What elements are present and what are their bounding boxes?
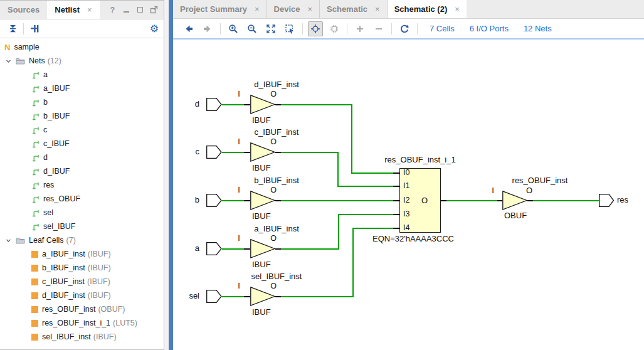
tab-schematic[interactable]: Schematic × xyxy=(320,0,388,18)
input-port-c[interactable] xyxy=(206,146,222,159)
tab-project-summary[interactable]: Project Summary × xyxy=(173,0,267,18)
port-label: c xyxy=(173,147,199,156)
net-wire[interactable] xyxy=(222,296,244,297)
add-cell-button[interactable] xyxy=(327,21,342,36)
net-wire[interactable] xyxy=(351,104,352,174)
autofit-selection-button[interactable] xyxy=(308,21,323,36)
zoom-in-button[interactable] xyxy=(226,21,241,36)
chevron-down-icon[interactable] xyxy=(5,237,12,244)
net-wire[interactable] xyxy=(281,248,339,250)
cell-icon xyxy=(31,334,38,341)
instance-label: res_OBUF_inst_i_1 xyxy=(361,155,480,164)
cell-icon xyxy=(31,306,38,313)
schematic-canvas[interactable]: d I O d_IBUF_inst IBUF c I O c_IBUF_inst… xyxy=(173,40,644,350)
tree-net-a_IBUF[interactable]: a_IBUF xyxy=(0,82,164,95)
tree-cell-sel_IBUF_inst[interactable]: sel_IBUF_inst(IBUF) xyxy=(0,330,164,344)
port-label: a xyxy=(173,243,199,253)
tree-net-sel[interactable]: sel xyxy=(0,206,164,220)
help-icon[interactable]: ? xyxy=(108,6,117,14)
cell-type-label: IBUF xyxy=(252,115,271,125)
tree-net-b_IBUF[interactable]: b_IBUF xyxy=(0,109,164,123)
tree-cell-res_OBUF_inst[interactable]: res_OBUF_inst(OBUF) xyxy=(0,302,164,316)
cell-type-label: IBUF xyxy=(252,260,271,269)
instance-label: res_OBUF_inst xyxy=(483,176,596,185)
output-port-res[interactable] xyxy=(599,194,615,207)
net-wire[interactable] xyxy=(222,152,244,153)
net-wire[interactable] xyxy=(281,104,352,105)
tree-net-sel_IBUF[interactable]: sel_IBUF xyxy=(0,220,164,233)
minus-button[interactable] xyxy=(371,21,386,36)
net-wire[interactable] xyxy=(337,186,393,187)
collapse-all-button[interactable] xyxy=(5,21,20,36)
refresh-button[interactable] xyxy=(397,21,412,36)
net-wire[interactable] xyxy=(446,200,497,201)
close-icon[interactable]: × xyxy=(455,4,460,14)
tree-folder-nets[interactable]: Nets (12) xyxy=(0,54,164,68)
minimize-icon[interactable] xyxy=(122,6,130,14)
gear-icon[interactable]: ⚙ xyxy=(150,24,159,34)
cell-icon xyxy=(31,320,38,327)
tree-net-res_OBUF[interactable]: res_OBUF xyxy=(0,192,164,206)
chevron-down-icon[interactable] xyxy=(5,58,12,65)
tree-root-sample[interactable]: N sample xyxy=(0,40,164,54)
net-wire[interactable] xyxy=(533,200,599,201)
net-wire[interactable] xyxy=(352,228,393,229)
net-wire[interactable] xyxy=(281,296,353,297)
panel-divider[interactable] xyxy=(169,0,173,350)
maximize-icon[interactable] xyxy=(136,6,144,14)
net-wire[interactable] xyxy=(338,214,393,215)
pin-stub xyxy=(275,152,281,153)
float-icon[interactable] xyxy=(150,6,158,14)
net-icon xyxy=(31,140,40,148)
tree-cell-c_IBUF_inst[interactable]: c_IBUF_inst(IBUF) xyxy=(0,275,164,289)
cell-type-label: IBUF xyxy=(252,211,271,221)
scroll-to-selected-button[interactable] xyxy=(27,21,42,36)
tree-net-b[interactable]: b xyxy=(0,95,164,109)
io-ports-count-link[interactable]: 6 I/O Ports xyxy=(470,24,509,33)
tree-net-c[interactable]: c xyxy=(0,123,164,137)
back-button[interactable] xyxy=(181,21,196,36)
cells-count-link[interactable]: 7 Cells xyxy=(430,24,455,33)
net-wire[interactable] xyxy=(222,248,244,250)
close-icon[interactable]: × xyxy=(255,4,260,14)
cell-icon xyxy=(31,278,38,285)
tab-schematic-2[interactable]: Schematic (2) × xyxy=(388,0,467,18)
tree-cell-d_IBUF_inst[interactable]: d_IBUF_inst(IBUF) xyxy=(0,289,164,302)
tree-cell-a_IBUF_inst[interactable]: a_IBUF_inst(IBUF) xyxy=(0,247,164,261)
net-wire[interactable] xyxy=(337,152,339,187)
zoom-selection-button[interactable] xyxy=(282,21,297,36)
net-wire[interactable] xyxy=(222,200,244,201)
net-wire[interactable] xyxy=(281,200,393,201)
forward-button[interactable] xyxy=(200,21,215,36)
tree-cell-b_IBUF_inst[interactable]: b_IBUF_inst(IBUF) xyxy=(0,261,164,275)
close-icon[interactable]: × xyxy=(375,4,380,14)
net-wire[interactable] xyxy=(351,172,393,174)
input-port-sel[interactable] xyxy=(206,290,222,303)
tab-sources[interactable]: Sources xyxy=(0,1,47,19)
tree-net-d_IBUF[interactable]: d_IBUF xyxy=(0,164,164,178)
nets-count-link[interactable]: 12 Nets xyxy=(524,24,552,33)
port-label: d xyxy=(173,99,199,109)
input-port-d[interactable] xyxy=(206,98,222,111)
net-wire[interactable] xyxy=(281,152,338,153)
tree-net-d[interactable]: d xyxy=(0,151,164,164)
close-icon[interactable]: × xyxy=(307,4,312,14)
input-port-b[interactable] xyxy=(206,194,222,207)
tree-net-c_IBUF[interactable]: c_IBUF xyxy=(0,137,164,151)
tree-cell-res_OBUF_inst_i_1[interactable]: res_OBUF_inst_i_1(LUT5) xyxy=(0,316,164,330)
zoom-fit-button[interactable] xyxy=(263,21,278,36)
tree-folder-leaf-cells[interactable]: Leaf Cells (7) xyxy=(0,233,164,247)
close-icon[interactable]: × xyxy=(87,5,92,14)
net-wire[interactable] xyxy=(338,214,339,250)
left-tab-bar: Sources Netlist × ? xyxy=(0,1,164,19)
zoom-out-button[interactable] xyxy=(245,21,260,36)
input-port-a[interactable] xyxy=(206,242,222,255)
tree-net-a[interactable]: a xyxy=(0,68,164,82)
net-wire[interactable] xyxy=(352,228,354,297)
tree-net-res[interactable]: res xyxy=(0,178,164,192)
tab-device[interactable]: Device × xyxy=(267,0,320,18)
plus-button[interactable] xyxy=(352,21,367,36)
tab-netlist[interactable]: Netlist × xyxy=(47,1,99,19)
net-wire[interactable] xyxy=(222,104,244,105)
pin-stub xyxy=(393,214,399,215)
